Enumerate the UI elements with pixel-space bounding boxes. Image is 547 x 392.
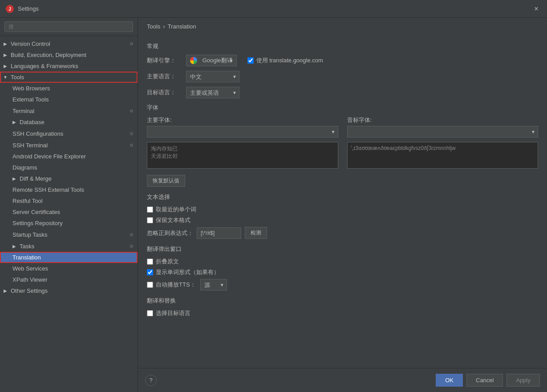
font-row: 主要字体: ▼ 海内存知已 天涯若比邻 [147,116,538,171]
sidebar-item-label: Terminal [11,107,127,115]
sidebar-item-label: XPath Viewer [11,275,138,284]
auto-tts-checkbox-row: 自动播放TTS： 源 ▼ [147,279,538,291]
sidebar-item-label: Diff & Merge [18,174,138,183]
sidebar-item-startup-tasks[interactable]: Startup Tasks ⚙ [0,229,138,240]
sidebar-item-label: Startup Tasks [11,230,127,239]
cancel-button[interactable]: Cancel [466,374,503,387]
select-target-lang-label: 选择目标语言 [156,309,190,317]
use-translate-label: 使用 translate.google.com [256,57,323,65]
settings-content: 常规 翻译引擎： Google翻译 ▼ 使用 translate.google.… [138,33,547,368]
ok-button[interactable]: OK [436,374,463,387]
primary-lang-row: 主要语言： 中文 ▼ [147,71,538,82]
single-word-checkbox[interactable] [147,206,153,213]
engine-select-wrapper[interactable]: Google翻译 ▼ [186,55,237,66]
phonetic-font-select-row: ▼ [347,126,539,137]
svg-text:J: J [8,7,11,12]
phonetic-font-label-row: 音标字体: [347,116,539,124]
phonetic-font-select-wrapper[interactable]: ▼ [347,126,539,137]
settings-icon: ⚙ [127,230,136,239]
sidebar-item-label: Remote SSH External Tools [11,186,138,194]
regex-input[interactable] [197,227,241,239]
sidebar-item-label: Build, Execution, Deployment [9,51,138,59]
sidebar-item-tools[interactable]: ▼ Tools [0,72,138,83]
select-target-lang-checkbox[interactable] [147,310,153,316]
primary-font-select[interactable] [147,126,338,137]
sidebar-item-settings-repository[interactable]: Settings Repository [0,218,138,229]
primary-font-col: 主要字体: ▼ 海内存知已 天涯若比邻 [147,116,338,171]
primary-font-select-wrapper[interactable]: ▼ [147,126,338,137]
sidebar-item-build-execution[interactable]: ▶ Build, Execution, Deployment [0,49,138,61]
engine-label: 翻译引擎： [147,57,182,65]
settings-icon: ⚙ [127,141,136,150]
primary-lang-select[interactable]: 中文 [186,71,239,82]
breadcrumb-separator: › [163,23,165,30]
sidebar-item-label: Diagrams [11,163,138,172]
sidebar-item-terminal[interactable]: Terminal ⚙ [0,105,138,117]
sidebar-item-web-browsers[interactable]: Web Browsers [0,83,138,94]
preserve-format-checkbox[interactable] [147,217,153,223]
settings-icon: ⚙ [127,39,136,48]
target-lang-select-wrapper[interactable]: 主要或英语 ▼ [186,87,239,98]
sidebar-item-restful-tool[interactable]: Restful Tool [0,195,138,206]
sidebar-item-label: Other Settings [9,287,138,295]
sidebar-item-ssh-configurations[interactable]: SSH Configurations ⚙ [0,128,138,139]
sidebar-item-web-services[interactable]: Web Services [0,263,138,274]
search-input[interactable] [4,21,133,32]
sidebar-item-languages[interactable]: ▶ Languages & Frameworks [0,61,138,72]
expand-arrow-icon: ▶ [2,52,9,59]
sidebar-item-android-device[interactable]: Android Device File Explorer [0,151,138,162]
close-button[interactable]: × [531,4,542,14]
section-text-select: 文本选择 [147,193,538,201]
show-word-form-checkbox[interactable] [147,269,153,275]
settings-icon: ⚙ [127,106,136,115]
primary-font-label-row: 主要字体: [147,116,338,124]
use-translate-checkbox[interactable] [247,57,254,64]
sidebar-item-external-tools[interactable]: External Tools [0,94,138,105]
sidebar-item-label: Translation [11,253,138,262]
sidebar-item-ssh-terminal[interactable]: SSH Terminal ⚙ [0,139,138,151]
sidebar-item-label: Server Certificates [11,208,138,216]
primary-font-label: 主要字体: [147,116,182,124]
sidebar-item-translation[interactable]: Translation [0,252,138,263]
sidebar-item-label: SSH Terminal [11,141,127,150]
sidebar-item-diff-merge[interactable]: ▶ Diff & Merge [0,173,138,184]
use-translate-checkbox-row: 使用 translate.google.com [247,57,323,65]
apply-button[interactable]: Apply [506,374,540,387]
sidebar-item-tasks[interactable]: ▶ Tasks ⚙ [0,240,138,252]
expand-arrow-icon: ▶ [11,242,18,250]
font-preview-phonetic: ',ɪ3ɑʊʊɪeæʌðʊeaɛpbtdkgfvsz0ðʃ3rzmnnhljw [351,145,535,151]
sidebar-item-diagrams[interactable]: Diagrams [0,162,138,173]
sidebar-item-xpath-viewer[interactable]: XPath Viewer [0,274,138,285]
settings-icon: ⚙ [127,242,136,251]
detect-button[interactable]: 检测 [245,227,267,239]
sidebar-item-label: Android Device File Explorer [11,152,138,161]
target-lang-row: 目标语言： 主要或英语 ▼ [147,87,538,98]
sidebar-item-label: External Tools [11,95,138,104]
fold-original-checkbox[interactable] [147,259,153,265]
sidebar-item-label: Database [18,118,138,126]
sidebar-item-database[interactable]: ▶ Database [0,117,138,128]
sidebar-tree: ▶ Version Control ⚙ ▶ Build, Execution, … [0,36,138,392]
phonetic-font-preview: ',ɪ3ɑʊʊɪeæʌðʊeaɛpbtdkgfvsz0ðʃ3rzmnnhljw [347,142,539,169]
sidebar-item-other-settings[interactable]: ▶ Other Settings [0,285,138,296]
expand-arrow-icon: ▶ [11,119,18,126]
sidebar-item-server-certificates[interactable]: Server Certificates [0,206,138,218]
primary-lang-select-wrapper[interactable]: 中文 ▼ [186,71,239,82]
reset-font-button[interactable]: 恢复默认值 [147,175,185,187]
breadcrumb: Tools › Translation [138,18,547,33]
sidebar-item-label: Web Browsers [11,84,138,93]
help-button[interactable]: ? [145,375,157,386]
sidebar-item-label: SSH Configurations [11,129,127,138]
tts-select-wrapper[interactable]: 源 ▼ [200,279,227,291]
select-target-lang-checkbox-row: 选择目标语言 [147,309,538,317]
primary-lang-label: 主要语言： [147,73,182,81]
expand-arrow-icon: ▶ [11,175,18,182]
sidebar-item-version-control[interactable]: ▶ Version Control ⚙ [0,38,138,49]
show-word-form-checkbox-row: 显示单词形式（如果有） [147,268,538,276]
target-lang-select[interactable]: 主要或英语 [186,87,239,98]
sidebar-item-remote-ssh[interactable]: Remote SSH External Tools [0,184,138,195]
tts-select[interactable]: 源 [200,279,227,291]
sidebar-item-label: Restful Tool [11,197,138,205]
phonetic-font-select[interactable] [347,126,539,137]
auto-tts-checkbox[interactable] [147,282,153,288]
